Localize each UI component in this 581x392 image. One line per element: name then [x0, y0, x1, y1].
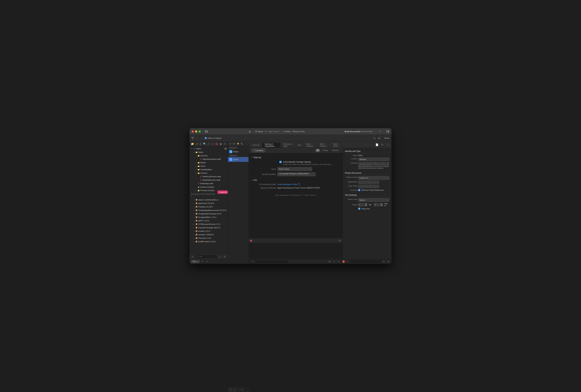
sidebar-toggle-icon[interactable]: [205, 130, 208, 133]
sidebar-item-notes-folder[interactable]: 📁 Notes: [190, 150, 228, 154]
tab-width-input[interactable]: [358, 203, 364, 206]
scheme-selector[interactable]: Notes › #1 - Add "Notes f... › Notes › i…: [255, 130, 304, 132]
sidebar-item-grpc[interactable]: 📦 gRPC 1.62.2: [190, 219, 228, 222]
rp-indent-using-dropdown[interactable]: Spaces ⌄: [358, 198, 389, 202]
indent-width-up[interactable]: ▲: [380, 203, 383, 205]
tab-width-up[interactable]: ▲: [364, 203, 367, 205]
sidebar-item-gtmsession[interactable]: 📦 GTMSessionFetcher 3.4.1: [190, 222, 228, 226]
sidebar-item-screens[interactable]: 📁 Screens: [190, 171, 228, 175]
cap-all-pill[interactable]: All: [316, 149, 320, 152]
source-control-icon[interactable]: [191, 136, 194, 140]
indent-width-input[interactable]: [374, 203, 380, 206]
indent-width-down[interactable]: ▼: [380, 205, 383, 206]
general-settings-icon[interactable]: ⚙: [228, 142, 232, 146]
file-navigator-icon[interactable]: 📁: [191, 142, 194, 146]
bottom-view-icon[interactable]: 👁: [201, 260, 204, 263]
delete-icon[interactable]: 🗑: [328, 260, 331, 263]
breadcrumb-item[interactable]: Notes.xcodeproj: [208, 137, 222, 139]
rp-format-dropdown[interactable]: Xcode 14.0 ⌄: [358, 176, 389, 180]
sidebar-item-appcheck[interactable]: 📦 AppCheck 10.19.0: [190, 202, 228, 205]
quick-help-icon[interactable]: ?: [386, 143, 390, 146]
breakpoints-nav-icon[interactable]: ◉: [219, 142, 222, 146]
reports-nav-icon[interactable]: ≡: [223, 142, 226, 146]
find-nav-icon[interactable]: 🔍: [203, 142, 206, 146]
sidebar-item-views[interactable]: 📁 Views: [190, 164, 228, 168]
sidebar-item-notes-list[interactable]: S NotesListScreen.swift: [190, 175, 228, 178]
rp-class-prefix-input[interactable]: [358, 185, 379, 188]
swift-nav-icon[interactable]: {S}: [232, 142, 236, 146]
error-icon[interactable]: ✗: [337, 260, 340, 263]
back-button[interactable]: ‹: [196, 136, 199, 140]
sidebar-item-interopforgoogle[interactable]: 📦 InteropForGoogle 100.0.0: [190, 226, 228, 229]
bundle-id-field[interactable]: com.google.firebase.codelab.Notes: [277, 172, 316, 176]
sidebar-item-assets[interactable]: ◼ Assets.xcassets: [190, 185, 228, 189]
sidebar-item-promises[interactable]: 📦 Promises 2.4.0: [190, 236, 228, 240]
sidebar-item-note-edit[interactable]: S NoteEditScreen.swift: [190, 178, 228, 182]
issues-nav-icon[interactable]: ⚠: [207, 142, 210, 146]
close-button[interactable]: [192, 130, 194, 132]
history-icon[interactable]: ⟳: [381, 143, 384, 146]
auto-button[interactable]: Auto ⌄: [191, 260, 200, 263]
warnings-filter-icon[interactable]: ⚠: [218, 255, 222, 258]
cap-release-pill[interactable]: Release: [331, 149, 340, 152]
wrap-lines-checkbox[interactable]: [358, 208, 360, 210]
debug-nav-icon[interactable]: 🐞: [215, 142, 218, 146]
tab-build-rules[interactable]: Build Rules: [331, 143, 343, 147]
split-horizontal-icon[interactable]: ⊟: [386, 260, 390, 263]
fullscreen-button[interactable]: [198, 130, 201, 132]
warning-icon[interactable]: ⚠: [332, 260, 336, 263]
sidebar-item-googleutils[interactable]: 📦 GoogleUtilities 7.13.1: [190, 215, 228, 219]
inspector-toggle-icon[interactable]: [386, 130, 389, 133]
target-notes-item[interactable]: A Notes: [228, 157, 248, 162]
sidebar-item-notes-root[interactable]: A Notes M: [190, 147, 228, 150]
tab-resource-tags[interactable]: Resource Tags: [281, 143, 295, 147]
sidebar-item-viewmodifiers[interactable]: 📁 ViewModifiers: [190, 168, 228, 171]
cap-debug-pill[interactable]: Debug: [322, 149, 329, 152]
tab-build-settings[interactable]: Build Settings: [304, 143, 317, 147]
symbol-nav-icon[interactable]: {}: [199, 142, 202, 146]
add-tab-button[interactable]: +: [378, 130, 382, 133]
tab-build-phases[interactable]: Build Phases: [318, 143, 330, 147]
sidebar-item-abseil[interactable]: 📦 abseil 1.20240116011.1: [190, 198, 228, 202]
bottom-info-icon[interactable]: ⓘ: [205, 260, 209, 263]
tab-signing[interactable]: Signing & Capabilities: [262, 143, 280, 147]
rp-class-prefix-row: Class Prefix: [345, 185, 389, 188]
provisioning-info-icon[interactable]: i: [298, 183, 300, 185]
sidebar-item-model[interactable]: 📁 Model: [190, 161, 228, 164]
sidebar-item-notes-repo[interactable]: S NotesRepository.swift: [190, 157, 228, 161]
jump-to-icon[interactable]: ⊞: [377, 136, 381, 140]
team-selector[interactable]: Peter Friese ⌄: [277, 167, 312, 171]
sidebar-item-nanopb[interactable]: 📦 nanopb 2.30910.0: [190, 233, 228, 236]
minimize-refs-checkbox[interactable]: [358, 189, 360, 191]
sidebar-item-firebase[interactable]: 📦 Firebase 10.24.0: [190, 205, 228, 209]
related-files-icon[interactable]: ⊙: [373, 136, 376, 140]
screenshot-icon[interactable]: ⊞: [338, 239, 341, 242]
sidebar-item-leveldb[interactable]: 📦 leveldb 1.22.5: [190, 229, 228, 233]
project-notes-item[interactable]: A Notes: [228, 149, 248, 154]
ios-collapse-btn[interactable]: ▾: [252, 179, 252, 181]
schemes-nav-icon[interactable]: 🔧: [240, 142, 244, 146]
run-button[interactable]: ▶: [248, 130, 252, 133]
tab-width-down[interactable]: ▼: [364, 205, 367, 206]
forward-button[interactable]: ›: [200, 136, 204, 140]
minimize-button[interactable]: [195, 130, 197, 132]
package-nav-icon[interactable]: 📦: [236, 142, 240, 146]
auto-manage-checkbox[interactable]: [279, 161, 282, 163]
tab-info[interactable]: Info: [295, 143, 304, 147]
rp-org-input[interactable]: [358, 181, 379, 184]
file-inspector-icon[interactable]: 📄: [375, 143, 378, 146]
sidebar-item-googlemeasurement[interactable]: 📦 GoogleAppMeasurement 10.24.0: [190, 209, 228, 212]
add-capability-button[interactable]: + Capability: [252, 148, 266, 152]
view-toggle-icon[interactable]: ⊞: [223, 255, 226, 258]
add-file-button[interactable]: +: [191, 255, 194, 258]
sidebar-item-notes-app[interactable]: S NotesApp.swift: [190, 182, 228, 185]
sidebar-item-services[interactable]: 📁 Services: [190, 154, 228, 157]
split-view-icon[interactable]: ⊟: [382, 260, 386, 263]
sidebar-item-googledatatransport[interactable]: 📦 GoogleDataTransport 9.4.0: [190, 212, 228, 215]
source-control-nav-icon[interactable]: ⎇: [195, 142, 198, 146]
signing-collapse-button[interactable]: ▾: [252, 156, 252, 158]
tab-general[interactable]: General: [250, 143, 262, 147]
rp-location-dropdown[interactable]: Absolute ⌄: [358, 158, 389, 161]
test-nav-icon[interactable]: ◇: [211, 142, 214, 146]
sidebar-item-swiftprotobuf[interactable]: 📦 SwiftProtobuf 1.26.0: [190, 240, 228, 243]
